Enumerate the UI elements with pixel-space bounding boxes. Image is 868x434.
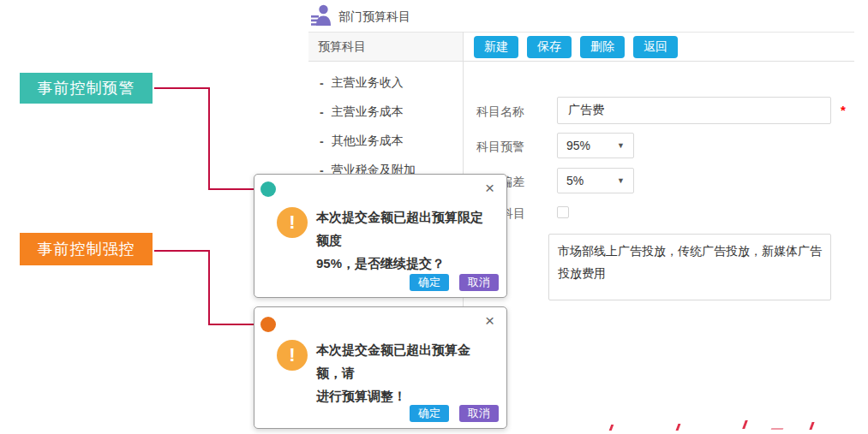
toolbar: 新建 保存 删除 返回 [474, 36, 678, 58]
confirm-button[interactable]: 确定 [410, 405, 449, 422]
page-header: 部门预算科目 [311, 4, 410, 30]
message-line: 进行预算调整！ [316, 384, 493, 407]
required-asterisk: * [841, 103, 846, 117]
tree-item-label: 主营业务成本 [332, 104, 404, 120]
dialog-buttons: 确定 取消 [410, 274, 499, 291]
cancel-button[interactable]: 取消 [459, 405, 499, 422]
deviation-select[interactable]: 5% ▼ [557, 168, 634, 193]
forced-dialog-message: 本次提交金额已超出预算金额，请 进行预算调整！ [316, 338, 493, 407]
tree-item-label: 其他业务成本 [332, 134, 404, 149]
close-icon[interactable]: × [485, 180, 494, 197]
new-button[interactable]: 新建 [474, 36, 518, 58]
connector-line [154, 250, 208, 252]
subject-warning-select[interactable]: 95% ▼ [557, 133, 634, 158]
message-line: 本次提交金额已超出预算金额，请 [316, 338, 493, 384]
teal-marker-dot [260, 181, 276, 197]
message-line: 95%，是否继续提交？ [316, 252, 493, 275]
watermark-remnant [742, 420, 748, 429]
watermark-remnant [771, 428, 784, 430]
cancel-button[interactable]: 取消 [459, 274, 499, 291]
subject-warning-value: 95% [566, 139, 590, 152]
subject-checkbox[interactable] [557, 206, 569, 218]
connector-line [154, 87, 208, 89]
description-textarea[interactable]: 市场部线上广告投放，传统广告投放，新媒体广告投放费用 [548, 234, 831, 300]
confirm-button[interactable]: 确定 [410, 274, 449, 291]
callout-pre-control-warning: 事前控制预警 [20, 73, 153, 104]
callout-pre-control-forced: 事前控制强控 [20, 233, 153, 265]
warning-dialog: × ! 本次提交金额已超出预算限定额度 95%，是否继续提交？ 确定 取消 [254, 174, 507, 298]
chevron-down-icon: ▼ [617, 176, 625, 185]
left-panel-title: 预算科目 [318, 39, 366, 55]
chevron-down-icon: ▼ [617, 141, 625, 150]
watermark-remnant [809, 422, 814, 430]
subject-warning-label: 科目预警 [476, 140, 524, 155]
watermark-remnant [609, 425, 614, 431]
message-line: 本次提交金额已超出预算限定额度 [316, 205, 493, 252]
exclamation-icon: ! [277, 207, 308, 238]
tree-item-other-cost[interactable]: - 其他业务成本 [320, 134, 416, 148]
tree-item-main-income[interactable]: - 主营业务收入 [320, 76, 416, 90]
tree-bullet: - [320, 105, 324, 119]
connector-line [208, 250, 210, 325]
page-title: 部门预算科目 [338, 9, 410, 25]
person-list-icon [311, 4, 332, 30]
delete-button[interactable]: 删除 [580, 36, 625, 58]
tree-bullet: - [320, 76, 324, 90]
tree-bullet: - [320, 134, 324, 148]
forced-control-dialog: × ! 本次提交金额已超出预算金额，请 进行预算调整！ 确定 取消 [254, 306, 507, 429]
screenshot-root: 部门预算科目 预算科目 新建 保存 删除 返回 - 主营业务收入 - 主营业务成… [0, 0, 868, 434]
tree-item-label: 主营业务收入 [332, 75, 404, 91]
save-button[interactable]: 保存 [527, 36, 572, 58]
watermark-remnant [676, 424, 681, 431]
orange-marker-dot [260, 317, 276, 332]
subject-name-label: 科目名称 [476, 104, 524, 120]
exclamation-icon: ! [277, 340, 308, 371]
close-icon[interactable]: × [485, 312, 494, 330]
warning-dialog-message: 本次提交金额已超出预算限定额度 95%，是否继续提交？ [316, 205, 493, 275]
left-panel-header: 预算科目 [308, 33, 463, 61]
subject-name-input[interactable]: 广告费 [557, 97, 831, 124]
dialog-buttons: 确定 取消 [410, 405, 499, 422]
back-button[interactable]: 返回 [633, 36, 678, 58]
tree-item-main-cost[interactable]: - 主营业务成本 [320, 105, 416, 119]
deviation-value: 5% [566, 174, 584, 187]
connector-line [208, 87, 210, 190]
